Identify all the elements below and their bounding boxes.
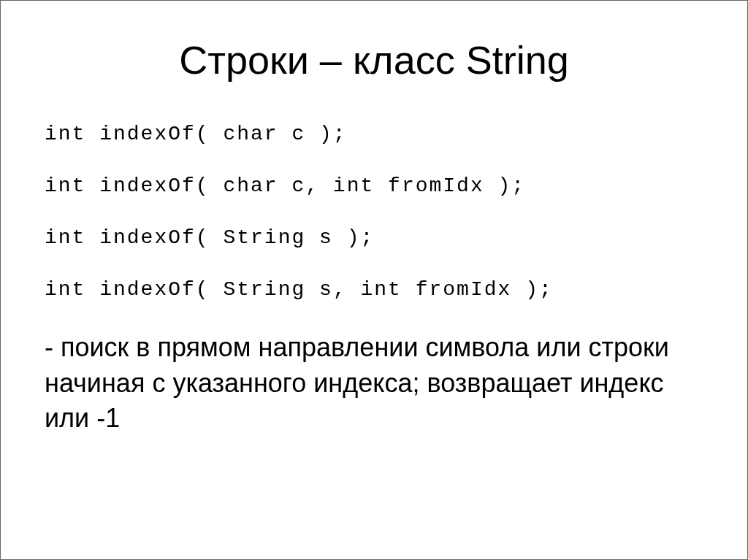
- slide-description: - поиск в прямом направлении символа или…: [45, 330, 703, 437]
- slide-title: Строки – класс String: [45, 37, 703, 83]
- code-signature-3: int indexOf( String s );: [45, 226, 703, 249]
- code-signature-2: int indexOf( char c, int fromIdx );: [45, 174, 703, 197]
- code-signature-4: int indexOf( String s, int fromIdx );: [45, 278, 703, 301]
- code-signature-1: int indexOf( char c );: [45, 123, 703, 145]
